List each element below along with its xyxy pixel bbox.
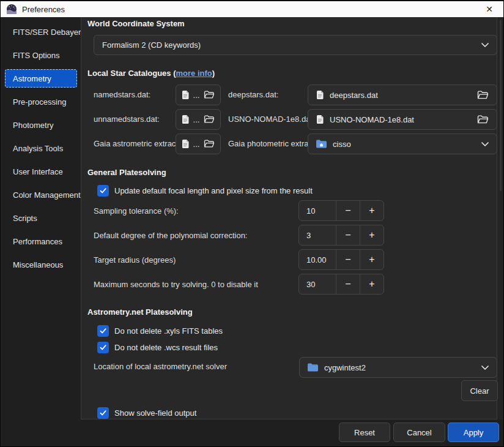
solver-location-value: cygwintest2 bbox=[324, 363, 481, 372]
max-seconds-spinner[interactable]: 30 − + bbox=[298, 274, 384, 295]
decrement-button[interactable]: − bbox=[336, 201, 360, 220]
wcs-files-checkbox-row[interactable]: Do not delete .wcs result files bbox=[97, 341, 218, 353]
unnamedstars-browse-button[interactable]: ... bbox=[176, 109, 221, 130]
section-heading-general-platesolving: General Platesolving bbox=[87, 168, 166, 177]
scrollbar-thumb[interactable] bbox=[500, 20, 502, 191]
sampling-tolerance-label: Sampling tolerance (%): bbox=[94, 206, 179, 216]
target-radius-label: Target radius (degrees) bbox=[94, 255, 176, 265]
wcs-files-checkbox-label: Do not delete .wcs result files bbox=[114, 343, 218, 352]
usno-nomad-label: USNO-NOMAD-1e8.dat: bbox=[228, 115, 315, 124]
browse-ellipsis: ... bbox=[193, 115, 200, 124]
decrement-button[interactable]: − bbox=[336, 250, 360, 269]
wcs-formalism-value: Formalism 2 (CD keywords) bbox=[102, 40, 481, 50]
folder-open-icon[interactable] bbox=[477, 91, 489, 100]
increment-button[interactable]: + bbox=[360, 225, 384, 245]
titlebar: Preferences ✕ bbox=[1, 1, 503, 17]
deepstars-file-entry[interactable]: deepstars.dat bbox=[308, 85, 497, 105]
max-seconds-label: Maximum seconds to try solving. 0 to dis… bbox=[94, 280, 258, 289]
solvefield-checkbox-row[interactable]: Show solve-field output bbox=[97, 407, 196, 419]
sampling-tolerance-spinner[interactable]: 10 − + bbox=[298, 200, 384, 221]
checkbox-checked-icon[interactable] bbox=[97, 185, 109, 197]
decrement-button[interactable]: − bbox=[336, 274, 360, 294]
section-heading-astrometry-net: Astrometry.net Platesolving bbox=[87, 307, 193, 317]
document-icon bbox=[182, 91, 189, 99]
document-icon bbox=[316, 91, 324, 99]
reset-button[interactable]: Reset bbox=[339, 423, 390, 442]
usno-nomad-file-value: USNO-NOMAD-1e8.dat bbox=[330, 115, 477, 124]
sidebar-item-fits-ser-debayer[interactable]: FITS/SER Debayer bbox=[5, 23, 77, 41]
folder-open-icon[interactable] bbox=[477, 115, 489, 124]
sidebar-item-performances[interactable]: Performances bbox=[5, 232, 77, 250]
gaia-astrometric-browse-button[interactable]: ... bbox=[176, 133, 221, 154]
increment-button[interactable]: + bbox=[360, 274, 384, 294]
sidebar-item-fits-options[interactable]: FITS Options bbox=[5, 46, 77, 64]
max-seconds-value[interactable]: 30 bbox=[299, 280, 336, 289]
catalogues-heading-text: Local Star Catalogues bbox=[87, 69, 171, 78]
checkbox-checked-icon[interactable] bbox=[97, 407, 109, 419]
chevron-down-icon bbox=[481, 43, 489, 47]
usno-nomad-file-entry[interactable]: USNO-NOMAD-1e8.dat bbox=[308, 109, 497, 130]
sidebar-item-analysis-tools[interactable]: Analysis Tools bbox=[5, 139, 77, 157]
namedstars-browse-button[interactable]: ... bbox=[176, 85, 221, 105]
preferences-dialog: Preferences ✕ FITS/SER Debayer FITS Opti… bbox=[0, 0, 504, 447]
clear-button[interactable]: Clear bbox=[461, 380, 498, 401]
unnamedstars-label: unnamedstars.dat: bbox=[94, 115, 160, 124]
folder-open-icon bbox=[204, 140, 215, 148]
decrement-button[interactable]: − bbox=[336, 225, 360, 245]
browse-ellipsis: ... bbox=[193, 140, 200, 149]
document-icon bbox=[316, 115, 324, 124]
xyls-checkbox-row[interactable]: Do not delete .xyls FITS tables bbox=[97, 325, 223, 337]
cancel-button[interactable]: Cancel bbox=[393, 423, 445, 442]
section-heading-catalogues: Local Star Catalogues (more info) bbox=[87, 69, 215, 78]
namedstars-label: namedstars.dat: bbox=[94, 90, 150, 99]
apply-button[interactable]: Apply bbox=[448, 423, 499, 442]
sidebar-item-scripts[interactable]: Scripts bbox=[5, 209, 77, 227]
browse-ellipsis: ... bbox=[193, 91, 200, 100]
sidebar-item-user-interface[interactable]: User Interface bbox=[5, 162, 77, 181]
xyls-checkbox-label: Do not delete .xyls FITS tables bbox=[114, 326, 223, 336]
solver-location-label: Location of local astrometry.net solver bbox=[94, 362, 227, 371]
sidebar-item-photometry[interactable]: Photometry bbox=[5, 116, 77, 134]
update-focal-checkbox-row[interactable]: Update default focal length and pixel si… bbox=[97, 184, 313, 197]
gaia-photometric-dropdown[interactable]: cisso bbox=[308, 133, 497, 154]
sampling-tolerance-value[interactable]: 10 bbox=[299, 206, 336, 216]
window-title: Preferences bbox=[22, 5, 65, 14]
dialog-action-bar: Reset Cancel Apply bbox=[1, 419, 504, 447]
checkbox-checked-icon[interactable] bbox=[97, 342, 109, 353]
gaia-photometric-label: Gaia photometric extract: bbox=[228, 139, 317, 148]
increment-button[interactable]: + bbox=[360, 250, 384, 269]
target-radius-value[interactable]: 10.00 bbox=[299, 255, 336, 265]
deepstars-label: deepstars.dat: bbox=[228, 90, 278, 99]
gaia-photometric-value: cisso bbox=[333, 140, 481, 149]
astrometry-settings-panel: World Coordinate System Formalism 2 (CD … bbox=[81, 17, 497, 419]
sidebar-item-miscellaneous[interactable]: Miscellaneous bbox=[5, 255, 77, 274]
section-heading-wcs: World Coordinate System bbox=[87, 19, 185, 28]
deepstars-file-value: deepstars.dat bbox=[330, 91, 477, 100]
sidebar-item-color-management[interactable]: Color Management bbox=[5, 186, 77, 204]
home-folder-icon bbox=[316, 140, 327, 148]
gaia-astrometric-label: Gaia astrometric extract: bbox=[94, 139, 180, 148]
sidebar-item-astrometry[interactable]: Astrometry bbox=[5, 69, 77, 88]
update-focal-checkbox-label: Update default focal length and pixel si… bbox=[114, 186, 313, 195]
more-info-link[interactable]: more info bbox=[176, 69, 212, 78]
checkbox-checked-icon[interactable] bbox=[97, 325, 109, 337]
folder-open-icon bbox=[204, 91, 215, 99]
solver-location-dropdown[interactable]: cygwintest2 bbox=[299, 357, 497, 378]
close-button[interactable]: ✕ bbox=[480, 1, 498, 17]
increment-button[interactable]: + bbox=[360, 201, 384, 220]
polynomial-degree-spinner[interactable]: 3 − + bbox=[298, 225, 384, 246]
chevron-down-icon bbox=[481, 142, 489, 146]
target-radius-spinner[interactable]: 10.00 − + bbox=[298, 249, 384, 270]
folder-icon bbox=[308, 363, 318, 372]
wcs-formalism-dropdown[interactable]: Formalism 2 (CD keywords) bbox=[94, 35, 497, 55]
polynomial-degree-label: Default degree of the polynomial correct… bbox=[94, 231, 247, 240]
solvefield-checkbox-label: Show solve-field output bbox=[114, 408, 196, 418]
paren-close: ) bbox=[212, 69, 215, 78]
polynomial-degree-value[interactable]: 3 bbox=[299, 231, 336, 240]
folder-open-icon bbox=[204, 115, 215, 124]
sidebar: FITS/SER Debayer FITS Options Astrometry… bbox=[1, 17, 81, 419]
document-icon bbox=[182, 140, 189, 148]
scrollbar-track[interactable] bbox=[497, 17, 504, 419]
sidebar-item-pre-processing[interactable]: Pre-processing bbox=[5, 92, 77, 111]
document-icon bbox=[182, 115, 189, 124]
